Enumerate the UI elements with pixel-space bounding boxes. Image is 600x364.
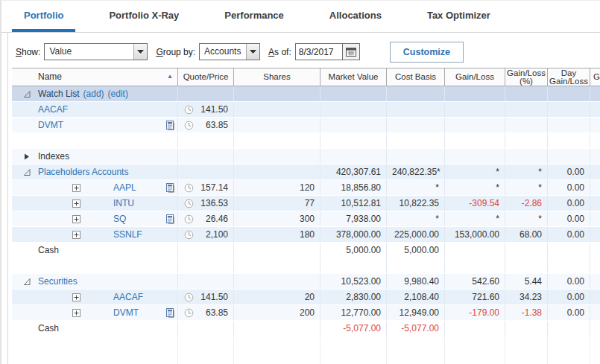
table-row[interactable]: Indexes	[12, 149, 600, 165]
table-row[interactable]: AACAF141.50	[12, 102, 600, 118]
day-gain-loss-value: 0.00	[548, 180, 590, 195]
name-cell: SSNLF	[12, 227, 178, 242]
group-label[interactable]: Securities	[38, 274, 78, 289]
ticker-link[interactable]: AAPL	[113, 180, 136, 195]
table-row[interactable]: AACAF141.50202,830.002,108.40721.6034.23…	[12, 290, 600, 305]
news-report-icon[interactable]	[165, 214, 175, 224]
col-header-overflow[interactable]: G	[590, 68, 600, 86]
table-row[interactable]: Cash-5,077.00-5,077.00	[12, 321, 600, 336]
table-row[interactable]: Placeholders Accounts420,307.61240,822.3…	[12, 165, 600, 180]
cash-label: Cash	[38, 243, 59, 258]
shares-cell	[234, 133, 320, 148]
calendar-icon[interactable]	[343, 43, 360, 60]
edit-link[interactable]: (edit)	[108, 89, 128, 99]
quote-cell	[178, 165, 234, 179]
ticker-link[interactable]: AACAF	[113, 290, 143, 304]
tab-allocations[interactable]: Allocations	[318, 1, 394, 32]
table-row[interactable]: SQ26.463007,938.00***0.00	[12, 211, 600, 227]
tab-portfolio-xray[interactable]: Portfolio X-Ray	[97, 1, 191, 32]
cost-basis-value: 225,000.00	[387, 227, 444, 242]
shares-value: 200	[234, 305, 320, 320]
gain-loss-pct-cell: 5.44	[505, 274, 548, 289]
collapse-group-icon[interactable]	[24, 169, 31, 176]
gain-loss-cell: 721.60	[445, 290, 505, 304]
col-header-market-value[interactable]: Market Value	[320, 68, 387, 86]
group-label: Indexes	[38, 149, 69, 164]
table-row[interactable]: INTU136.537710,512.8110,822.35-309.54-2.…	[12, 196, 600, 211]
expand-row-icon[interactable]	[72, 215, 80, 223]
collapse-group-icon[interactable]	[24, 278, 31, 285]
col-header-name[interactable]: Name ▲	[12, 68, 178, 86]
group-by-dropdown[interactable]: Accounts	[199, 43, 260, 60]
ticker-link[interactable]: SQ	[113, 211, 126, 226]
day-gain-loss-cell: 0.00	[548, 180, 590, 195]
table-row[interactable]: SSNLF2,100180378,000.00225,000.00153,000…	[12, 227, 600, 243]
gain-loss-pct-value: 5.44	[505, 274, 547, 289]
show-dropdown[interactable]: Value	[44, 43, 148, 60]
expand-row-icon[interactable]	[72, 309, 80, 317]
day-gain-loss-value: 0.00	[548, 227, 590, 242]
gain-loss-pct-cell: 34.23	[505, 290, 548, 304]
name-cell: DVMT	[12, 305, 178, 320]
table-row[interactable]: Cash5,000.005,000.00	[12, 243, 600, 258]
market-value-cell: 12,770.00	[320, 305, 387, 320]
tab-tax-optimizer[interactable]: Tax Optimizer	[415, 1, 502, 32]
col-header-cost-basis[interactable]: Cost Basis	[387, 68, 445, 86]
tab-performance[interactable]: Performance	[212, 1, 295, 32]
gain-loss-pct-cell	[505, 321, 548, 336]
overflow-cell	[590, 258, 600, 273]
table-row[interactable]: DVMT63.85	[12, 118, 600, 133]
gain-loss-pct-cell	[505, 149, 548, 164]
table-row[interactable]: AAPL157.1412018,856.80***0.00	[12, 180, 600, 196]
ticker-link[interactable]: AACAF	[38, 102, 68, 117]
day-gain-loss-value: 0.00	[548, 290, 590, 304]
portfolio-panel: Show: Value Group by: Accounts As of: Cu…	[7, 33, 600, 364]
gain-loss-pct-value: 68.00	[505, 227, 547, 242]
news-report-icon[interactable]	[165, 182, 175, 193]
quote-cell: 63.85	[178, 118, 234, 132]
shares-cell	[234, 165, 320, 179]
table-row[interactable]: DVMT63.8520012,770.0012,949.00-179.00-1.…	[12, 305, 600, 321]
group-label[interactable]: Placeholders Accounts	[38, 165, 128, 179]
col-header-gain-loss-pct[interactable]: Gain/Loss (%)	[505, 68, 548, 86]
portfolio-manager-window: Portfolio Portfolio X-Ray Performance Al…	[0, 0, 600, 364]
ticker-link[interactable]: SSNLF	[113, 227, 142, 242]
collapse-group-icon[interactable]	[24, 91, 31, 98]
expand-group-icon[interactable]	[24, 153, 30, 160]
overflow-cell	[590, 196, 600, 211]
tab-allocations-label: Allocations	[329, 10, 382, 21]
add-link[interactable]: (add)	[83, 89, 104, 99]
tab-portfolio[interactable]: Portfolio	[12, 1, 75, 32]
gain-loss-cell: -309.54	[445, 196, 505, 211]
col-header-shares[interactable]: Shares	[234, 68, 320, 86]
col-header-quote-price[interactable]: Quote/Price	[178, 68, 234, 86]
overflow-cell	[590, 133, 600, 148]
quote-cell	[178, 321, 234, 336]
news-report-icon[interactable]	[165, 120, 175, 130]
expand-row-icon[interactable]	[72, 199, 80, 208]
ticker-link[interactable]: DVMT	[113, 305, 139, 320]
name-cell: Cash	[12, 321, 178, 336]
expand-row-icon[interactable]	[72, 293, 80, 301]
news-report-icon[interactable]	[165, 307, 175, 318]
overflow-cell	[590, 118, 600, 132]
day-gain-loss-cell: 0.00	[548, 165, 590, 179]
ticker-link[interactable]: INTU	[113, 196, 134, 211]
shares-cell	[234, 258, 320, 273]
chevron-down-icon[interactable]	[133, 44, 147, 60]
market-value-cell: 10,512.81	[320, 196, 387, 211]
chevron-down-icon[interactable]	[246, 44, 259, 60]
customize-button[interactable]: Customize	[390, 42, 464, 63]
col-header-day-gain-loss[interactable]: Day Gain/Loss	[548, 68, 590, 86]
table-row[interactable]: Watch List(add)(edit)	[12, 86, 600, 102]
col-header-gain-loss[interactable]: Gain/Loss	[445, 68, 505, 86]
market-value-cell: -5,077.00	[320, 321, 387, 336]
shares-cell	[234, 321, 320, 336]
overflow-cell	[590, 149, 600, 164]
ticker-link[interactable]: DVMT	[38, 118, 63, 132]
expand-row-icon[interactable]	[72, 184, 80, 192]
expand-row-icon[interactable]	[72, 231, 80, 239]
table-row[interactable]: Securities10,523.009,980.40542.605.440.0…	[12, 274, 600, 290]
gain-loss-pct-value: -1.38	[505, 305, 547, 320]
as-of-date-input[interactable]	[295, 43, 343, 60]
